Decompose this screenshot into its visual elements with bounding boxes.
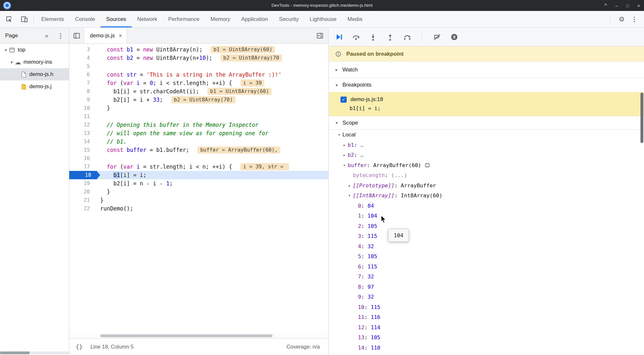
scope-section-header[interactable]: ▾ Scope (329, 116, 644, 130)
code-line-14[interactable]: 14 // b1. (69, 137, 328, 146)
tab-lighthouse[interactable]: Lighthouse (304, 11, 342, 27)
line-number[interactable]: 7 (69, 79, 96, 87)
code-line-9[interactable]: 9 b2[i] = i + 33;b2 = Uint8Array(70) (69, 96, 328, 104)
chevron-down-icon[interactable]: ▾ (333, 120, 340, 125)
line-number[interactable]: 22 (69, 204, 96, 213)
file-tab-demo-js[interactable]: demo-js.js × (84, 28, 127, 43)
editor-horizontal-scrollbar[interactable] (69, 333, 328, 338)
deactivate-breakpoints-icon[interactable] (433, 33, 441, 41)
maximize-icon[interactable]: □ (626, 4, 629, 8)
code-line-5[interactable]: 5 (69, 62, 328, 70)
expand-arrow-icon[interactable]: ▸ (341, 153, 348, 157)
line-number[interactable]: 17 (69, 163, 96, 171)
scope-row[interactable]: 9: 32 (329, 292, 644, 302)
expand-arrow-icon[interactable]: ▸ (341, 143, 348, 147)
scope-row[interactable]: 2: 105 (329, 221, 644, 231)
pause-on-exceptions-icon[interactable] (450, 33, 458, 41)
chevron-right-icon[interactable]: ▸ (333, 67, 340, 72)
tree-item-top[interactable]: ▾top (0, 44, 69, 56)
code-line-13[interactable]: 13 // will open the same view as for ope… (69, 129, 328, 137)
expand-arrow-icon[interactable]: ▸ (346, 183, 353, 188)
watch-section-header[interactable]: ▸ Watch (329, 62, 644, 78)
line-number[interactable]: 19 (69, 179, 96, 188)
scope-row[interactable]: ▸b2: … (329, 150, 644, 160)
toggle-debugger-sidebar-icon[interactable] (316, 32, 324, 40)
code-line-7[interactable]: 7 for (var i = 0; i < str.length; ++i) {… (69, 79, 328, 87)
scope-row[interactable]: 5: 105 (329, 251, 644, 262)
line-number[interactable]: 8 (69, 87, 96, 96)
expand-arrow-icon[interactable]: ▾ (346, 193, 353, 198)
tree-item-demo-js-h[interactable]: demo-js.h (0, 68, 69, 80)
code-line-10[interactable]: 10 } (69, 104, 328, 112)
minimize-icon[interactable]: – (615, 3, 618, 8)
sidebar-scrollbar-thumb[interactable] (0, 351, 30, 354)
keep-on-top-icon[interactable]: ^ (604, 3, 607, 8)
line-number[interactable]: 5 (69, 62, 96, 70)
line-number[interactable]: 3 (69, 45, 96, 54)
sidebar-horizontal-scrollbar[interactable] (0, 351, 69, 354)
scope-row[interactable]: byteLength: (...) (329, 170, 644, 181)
scope-row[interactable]: 12: 114 (329, 322, 644, 333)
tab-elements[interactable]: Elements (36, 11, 70, 27)
current-line-breakpoint-marker[interactable]: 18 (69, 171, 100, 179)
code-line-4[interactable]: 4 const b2 = new Uint8Array(n+10);b2 = U… (69, 54, 328, 62)
tab-network[interactable]: Network (132, 11, 163, 27)
code-line-19[interactable]: 19 b2[i] = n - i - 1; (69, 179, 328, 188)
scope-row[interactable]: ▾buffer: ArrayBuffer(60) (329, 160, 644, 171)
line-number[interactable]: 13 (69, 129, 96, 137)
toggle-navigator-icon[interactable] (72, 32, 81, 40)
scope-row[interactable]: 6: 115 (329, 262, 644, 272)
code-area[interactable]: 3 const b1 = new Uint8Array(n);b1 = Uint… (69, 44, 328, 333)
line-number[interactable]: 6 (69, 70, 96, 79)
line-number[interactable]: 10 (69, 104, 96, 112)
more-options-kebab-icon[interactable]: ⋮ (631, 15, 638, 23)
scope-row[interactable]: ▸[[Prototype]]: ArrayBuffer (329, 181, 644, 191)
scope-row[interactable]: 0: 84 (329, 201, 644, 211)
code-line-12[interactable]: 12 // Opening this buffer in the Memory … (69, 121, 328, 129)
close-tab-icon[interactable]: × (119, 33, 122, 39)
breakpoint-checkbox[interactable]: ✓ (341, 97, 347, 103)
scope-row[interactable]: ▾[[Int8Array]]: Int8Array(60) (329, 191, 644, 201)
chevron-down-icon[interactable]: ▾ (333, 83, 340, 88)
expand-arrow-icon[interactable]: ▾ (8, 60, 15, 65)
line-number[interactable]: 15 (69, 146, 96, 154)
close-icon[interactable]: × (637, 3, 640, 8)
scope-row[interactable]: 3: 115 (329, 231, 644, 241)
line-number[interactable]: 14 (69, 137, 96, 146)
scope-row[interactable]: 1: 104 (329, 211, 644, 221)
step-out-icon[interactable] (386, 33, 394, 41)
scope-row[interactable]: ▾Local (329, 130, 644, 140)
scope-row[interactable]: 14: 110 (329, 343, 644, 353)
breakpoint-entry[interactable]: ✓ demo-js.js:18 b1[i] = i; (329, 92, 644, 116)
scope-row[interactable]: 13: 105 (329, 332, 644, 343)
tab-performance[interactable]: Performance (163, 11, 205, 27)
pretty-print-icon[interactable]: {} (76, 343, 83, 350)
line-number[interactable]: 9 (69, 96, 96, 104)
resume-icon[interactable] (335, 33, 343, 41)
scope-row[interactable]: 4: 32 (329, 241, 644, 252)
more-tabs-icon[interactable]: » (45, 32, 48, 39)
tree-item-memory-ins[interactable]: ▾☁memory-ins (0, 56, 69, 68)
step-over-icon[interactable] (352, 33, 360, 41)
navigator-kebab-icon[interactable]: ⋮ (57, 32, 64, 40)
panel-vertical-scrollbar-thumb[interactable] (640, 93, 643, 143)
code-line-18[interactable]: 18 b1[i] = i; (69, 171, 328, 179)
code-line-16[interactable]: 16 (69, 154, 328, 163)
scope-row[interactable]: 8: 97 (329, 282, 644, 292)
device-toolbar-icon[interactable] (20, 15, 28, 23)
breakpoints-section-header[interactable]: ▾ Breakpoints (329, 78, 644, 92)
line-number[interactable]: 20 (69, 188, 96, 196)
inspect-element-icon[interactable] (5, 15, 13, 23)
step-into-icon[interactable] (369, 33, 377, 41)
code-line-3[interactable]: 3 const b1 = new Uint8Array(n);b1 = Uint… (69, 45, 328, 54)
settings-gear-icon[interactable]: ⚙ (619, 15, 625, 23)
tab-security[interactable]: Security (274, 11, 304, 27)
scope-row[interactable]: 11: 116 (329, 312, 644, 322)
code-line-21[interactable]: 21} (69, 196, 328, 204)
code-line-6[interactable]: 6 const str = 'This is a string in the A… (69, 70, 328, 79)
code-line-17[interactable]: 17 for (var i = str.length; i < n; ++i) … (69, 163, 328, 171)
code-line-15[interactable]: 15 const buffer = b1.buffer;buffer = Arr… (69, 146, 328, 154)
line-number[interactable]: 21 (69, 196, 96, 204)
line-number[interactable]: 16 (69, 154, 96, 163)
tab-application[interactable]: Application (236, 11, 274, 27)
